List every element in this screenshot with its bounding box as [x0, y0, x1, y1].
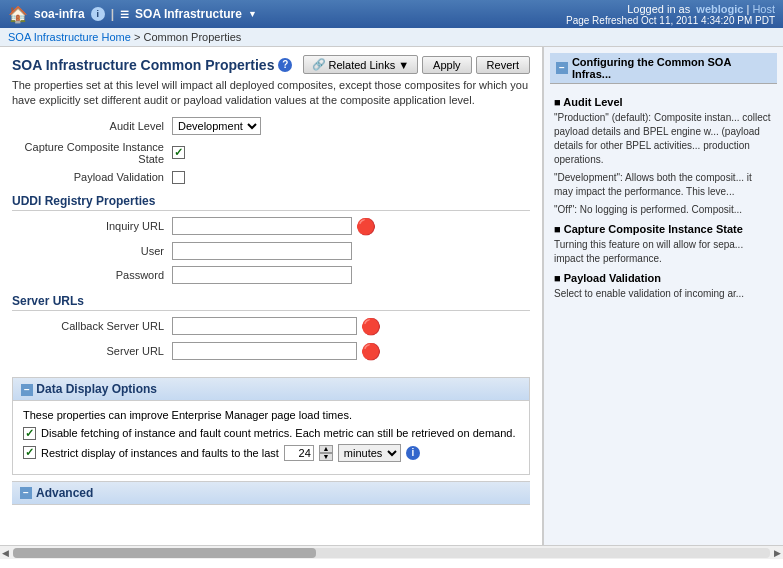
spinner-up[interactable]: ▲	[319, 445, 333, 453]
link-icon: 🔗	[312, 58, 326, 71]
related-links-button[interactable]: 🔗 Related Links ▼	[303, 55, 419, 74]
data-display-desc: These properties can improve Enterprise …	[23, 409, 519, 421]
advanced-title: Advanced	[36, 486, 93, 500]
disable-fetching-checkbox[interactable]: ✓	[23, 427, 36, 440]
callback-url-field-group: 🔴	[172, 317, 381, 336]
toolbar: 🔗 Related Links ▼ Apply Revert	[303, 55, 530, 74]
audit-level-label: Audit Level	[12, 120, 172, 132]
left-panel: SOA Infrastructure Common Properties ? 🔗…	[0, 47, 543, 545]
revert-button[interactable]: Revert	[476, 56, 530, 74]
help-panel-title: Configuring the Common SOA Infras...	[572, 56, 771, 80]
dropdown-arrow: ▼	[398, 59, 409, 71]
breadcrumb-current: Common Properties	[143, 31, 241, 43]
soa-menu-arrow[interactable]: ▼	[248, 9, 257, 19]
restrict-value-input[interactable]: 24	[284, 445, 314, 461]
server-url-row: Server URL 🔴	[12, 342, 530, 361]
data-display-collapse[interactable]: −	[21, 384, 33, 396]
help-audit-level-title: ■ Audit Level	[554, 96, 773, 108]
callback-url-icon[interactable]: 🔴	[361, 317, 381, 336]
capture-state-row: Capture Composite Instance State ✓	[12, 141, 530, 165]
advanced-section: − Advanced	[12, 481, 530, 505]
server-url-input[interactable]	[172, 342, 357, 360]
breadcrumb: SOA Infrastructure Home > Common Propert…	[0, 28, 783, 47]
uddi-section-header: UDDI Registry Properties	[12, 194, 530, 211]
restrict-display-checkbox[interactable]: ✓	[23, 446, 36, 459]
restrict-display-label: Restrict display of instances and faults…	[41, 447, 279, 459]
restrict-spinner: ▲ ▼	[319, 445, 333, 461]
scrollbar-track[interactable]	[13, 548, 770, 558]
payload-validation-row: Payload Validation	[12, 171, 530, 184]
inquiry-url-field-group: 🔴	[172, 217, 376, 236]
horizontal-scrollbar[interactable]: ◀ ▶	[0, 545, 783, 559]
help-audit-level-text: "Production" (default): Composite instan…	[554, 111, 773, 167]
username: weblogic	[696, 3, 743, 15]
inquiry-url-icon[interactable]: 🔴	[356, 217, 376, 236]
inquiry-url-row: Inquiry URL 🔴	[12, 217, 530, 236]
main-area: SOA Infrastructure Common Properties ? 🔗…	[0, 47, 783, 545]
soa-menu-label[interactable]: SOA Infrastructure	[135, 7, 242, 21]
password-input[interactable]	[172, 266, 352, 284]
advanced-collapse[interactable]: −	[20, 487, 32, 499]
app-info-icon[interactable]: i	[91, 7, 105, 21]
disable-fetching-label: Disable fetching of instance and fault c…	[41, 427, 515, 439]
page-help-icon[interactable]: ?	[278, 58, 292, 72]
page-title: SOA Infrastructure Common Properties ?	[12, 57, 292, 73]
help-audit-level-off-text: "Off": No logging is performed. Composit…	[554, 203, 773, 217]
capture-state-checkbox[interactable]: ✓	[172, 146, 185, 159]
server-url-field-group: 🔴	[172, 342, 381, 361]
page-title-bar: SOA Infrastructure Common Properties ? 🔗…	[12, 55, 530, 74]
inquiry-url-input[interactable]	[172, 217, 352, 235]
help-capture-text: Turning this feature on will allow for s…	[554, 238, 773, 266]
apply-button[interactable]: Apply	[422, 56, 472, 74]
top-header: 🏠 soa-infra i | ☰ SOA Infrastructure ▼ L…	[0, 0, 783, 28]
page-description: The properties set at this level will im…	[12, 78, 530, 109]
audit-level-control: Development Production Off	[172, 117, 261, 135]
audit-level-row: Audit Level Development Production Off	[12, 117, 530, 135]
help-audit-level-dev-text: "Development": Allows both the composit.…	[554, 171, 773, 199]
login-info: Logged in as weblogic | Host Page Refres…	[566, 3, 775, 26]
restrict-display-row: ✓ Restrict display of instances and faul…	[23, 444, 519, 462]
user-row: User	[12, 242, 530, 260]
server-url-icon[interactable]: 🔴	[361, 342, 381, 361]
capture-state-label: Capture Composite Instance State	[12, 141, 172, 165]
help-payload-title: ■ Payload Validation	[554, 272, 773, 284]
disable-fetching-row: ✓ Disable fetching of instance and fault…	[23, 427, 519, 440]
payload-validation-checkbox[interactable]	[172, 171, 185, 184]
scroll-right-arrow[interactable]: ▶	[772, 548, 783, 558]
password-label: Password	[12, 269, 172, 281]
help-collapse-icon[interactable]: −	[556, 62, 568, 74]
help-capture-title: ■ Capture Composite Instance State	[554, 223, 773, 235]
scroll-left-arrow[interactable]: ◀	[0, 548, 11, 558]
server-urls-section-header: Server URLs	[12, 294, 530, 311]
app-title: soa-infra	[34, 7, 85, 21]
restrict-unit-select[interactable]: minutes hours days	[338, 444, 401, 462]
inquiry-url-label: Inquiry URL	[12, 220, 172, 232]
server-url-label: Server URL	[12, 345, 172, 357]
user-label: User	[12, 245, 172, 257]
restrict-info-icon[interactable]: i	[406, 446, 420, 460]
data-display-body: These properties can improve Enterprise …	[13, 401, 529, 474]
callback-url-row: Callback Server URL 🔴	[12, 317, 530, 336]
breadcrumb-home-link[interactable]: SOA Infrastructure Home	[8, 31, 131, 43]
help-panel-content: ■ Audit Level "Production" (default): Co…	[550, 84, 777, 311]
payload-validation-label: Payload Validation	[12, 171, 172, 183]
data-display-header: − Data Display Options	[13, 378, 529, 401]
app-title-area: 🏠 soa-infra i | ☰ SOA Infrastructure ▼	[8, 5, 257, 24]
help-panel-header: − Configuring the Common SOA Infras...	[550, 53, 777, 84]
audit-level-select[interactable]: Development Production Off	[172, 117, 261, 135]
right-panel: − Configuring the Common SOA Infras... ■…	[543, 47, 783, 545]
refresh-text: Page Refreshed Oct 11, 2011 4:34:20 PM P…	[566, 15, 775, 26]
user-input[interactable]	[172, 242, 352, 260]
data-display-section: − Data Display Options These properties …	[12, 377, 530, 475]
spinner-down[interactable]: ▼	[319, 453, 333, 461]
help-payload-text: Select to enable validation of incoming …	[554, 287, 773, 301]
callback-url-label: Callback Server URL	[12, 320, 172, 332]
host-label: Host	[752, 3, 775, 15]
password-row: Password	[12, 266, 530, 284]
callback-url-input[interactable]	[172, 317, 357, 335]
